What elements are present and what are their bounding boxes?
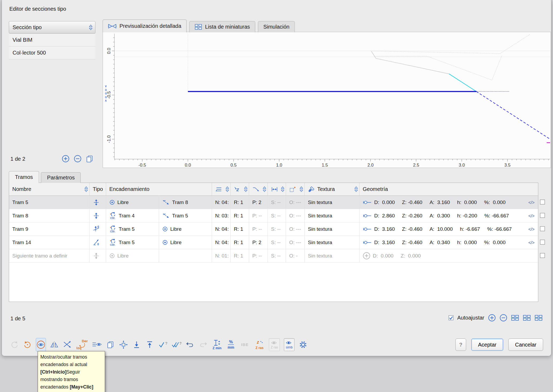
code-icon[interactable]: </> xyxy=(527,239,536,246)
z-min-button[interactable]: Z min xyxy=(212,338,222,351)
remove-section-button[interactable] xyxy=(74,155,82,163)
section-type-header[interactable]: Sección tipo xyxy=(9,21,95,33)
cell-link1[interactable]: cte.Tram 5 xyxy=(106,222,159,236)
lower-tab-1[interactable]: Tramos xyxy=(9,171,39,183)
der-izq-button[interactable]: DerIzq xyxy=(76,338,88,351)
settings-button[interactable] xyxy=(299,338,308,351)
mirror-button[interactable] xyxy=(50,338,59,351)
table-row[interactable]: Tram 140cte.Tram 5LibreN: 04: IR: 1P: 2S… xyxy=(9,236,538,249)
header-r[interactable]: Z xyxy=(231,183,249,195)
code-icon[interactable]: </> xyxy=(527,226,536,232)
cell-link1[interactable]: cte.Tram 4 xyxy=(106,209,159,222)
show-z-ras-button[interactable]: Z ras xyxy=(269,338,280,351)
header-nombre[interactable]: Nombre xyxy=(9,183,90,195)
row-checkbox[interactable] xyxy=(540,213,545,218)
sort-icon[interactable] xyxy=(244,186,248,192)
slope-link-icon xyxy=(162,213,170,219)
table-row[interactable]: Siguiente tramo a definirLibreN: 01: IR:… xyxy=(9,249,538,263)
row-checkbox[interactable] xyxy=(540,199,545,205)
free-icon xyxy=(162,240,168,245)
show-linked-tramos-button[interactable] xyxy=(36,338,46,351)
undo-button[interactable] xyxy=(185,338,195,351)
header-p[interactable] xyxy=(249,183,268,195)
cell-link1[interactable]: cte.Tram 5 xyxy=(106,236,159,249)
free-icon xyxy=(109,253,115,259)
preview-chart[interactable]: -0.50.00.51.01.52.02.53.03.50.0-0.5-1.0∨… xyxy=(103,32,551,168)
preview-tab-2[interactable]: Lista de miniaturas xyxy=(189,21,255,32)
type-z-both-icon xyxy=(93,252,100,259)
header-geometria[interactable]: Geometría xyxy=(359,183,538,195)
cell-link1[interactable]: Libre xyxy=(106,249,159,262)
cell-link2[interactable]: Libre xyxy=(159,222,212,236)
cell-nombre: Tram 14 xyxy=(9,236,90,249)
ibe-button[interactable]: IBE xyxy=(239,338,250,351)
back-button[interactable] xyxy=(10,338,19,351)
sort-icon[interactable] xyxy=(225,186,229,192)
verify-all-button[interactable]: ? xyxy=(171,338,181,351)
preview-tab-3[interactable]: Simulación xyxy=(258,21,295,32)
geometry-value: h: 0.000 xyxy=(457,240,477,245)
move-up-button[interactable] xyxy=(145,338,154,351)
dialog-title: Editor de secciones tipo xyxy=(9,6,66,12)
move-down-button[interactable] xyxy=(132,338,141,351)
cell-value: N: 04: I xyxy=(215,226,231,232)
sort-icon[interactable] xyxy=(262,186,266,192)
section-item[interactable]: Vial BIM xyxy=(9,34,95,47)
header-label: Textura xyxy=(317,186,335,192)
cell-link1[interactable]: Libre xyxy=(106,196,159,209)
accept-button[interactable]: Aceptar xyxy=(471,339,503,351)
row-checkbox[interactable] xyxy=(540,240,545,245)
redo-button[interactable] xyxy=(199,338,208,351)
header-o[interactable] xyxy=(286,183,305,195)
link-label: Tram 4 xyxy=(119,213,134,219)
layout-grid-1-icon[interactable] xyxy=(511,315,519,321)
show-simb-button[interactable]: simb xyxy=(284,338,294,351)
texture-label: Sin textura xyxy=(308,240,332,245)
sort-icon[interactable] xyxy=(84,186,88,192)
cell-link2[interactable]: Libre xyxy=(159,236,212,249)
sort-icon[interactable] xyxy=(354,186,358,192)
section-item[interactable]: Col·lector 500 xyxy=(9,47,95,59)
reorder-button[interactable] xyxy=(119,338,128,351)
sort-icon[interactable] xyxy=(89,25,93,30)
preview-tab-label: Lista de miniaturas xyxy=(205,24,250,30)
show-list-button[interactable] xyxy=(92,338,102,351)
cancel-button[interactable]: Cancelar xyxy=(508,339,543,351)
table-row[interactable]: Tram 90cte.Tram 5LibreN: 04: IR: 1P: --S… xyxy=(9,222,538,236)
swap-sides-button[interactable] xyxy=(63,338,72,351)
help-button[interactable]: ? xyxy=(455,339,466,351)
svg-text:Z ras: Z ras xyxy=(256,346,264,350)
header-tipo[interactable]: Tipo xyxy=(90,183,106,195)
table-row[interactable]: Tram 8cte.Tram 4Tram 5N: 03: IR: 1P: --S… xyxy=(9,209,538,222)
row-checkbox[interactable] xyxy=(540,253,545,258)
z-ras-button[interactable]: zZ ras xyxy=(254,338,265,351)
preview-tab-1[interactable]: Previsualización detallada xyxy=(103,20,187,32)
cell-link2[interactable]: Tram 8 xyxy=(159,196,212,209)
layout-grid-2-icon[interactable] xyxy=(523,315,531,321)
code-icon[interactable]: </> xyxy=(527,199,536,206)
svg-text:IBE: IBE xyxy=(241,342,249,347)
header-textura[interactable]: Textura xyxy=(305,183,359,195)
sort-icon[interactable] xyxy=(281,186,285,192)
remove-row-button[interactable] xyxy=(500,314,507,322)
table-row[interactable]: Tram 5LibreTram 8N: 04: IR: 1P: 2S: --O:… xyxy=(9,196,538,209)
header-n[interactable] xyxy=(212,183,231,195)
duplicate-row-button[interactable] xyxy=(106,338,115,351)
duplicate-section-button[interactable] xyxy=(86,155,93,163)
cell-link2[interactable]: Tram 5 xyxy=(159,209,212,222)
row-checkbox[interactable] xyxy=(540,226,545,231)
add-section-button[interactable] xyxy=(62,155,69,163)
add-row-button[interactable] xyxy=(488,314,496,322)
header-enc[interactable]: Encadenamiento xyxy=(106,183,212,195)
cell-nombre: Tram 9 xyxy=(9,222,90,236)
code-icon[interactable]: </> xyxy=(527,213,536,219)
follow-link-button[interactable] xyxy=(23,338,32,351)
sort-icon[interactable] xyxy=(299,186,303,192)
header-s[interactable] xyxy=(268,183,286,195)
cell-r: R: 1 xyxy=(231,249,249,262)
layout-grid-3-icon[interactable] xyxy=(535,315,543,321)
lower-tab-2[interactable]: Parámetros xyxy=(41,172,81,183)
verify-button[interactable]: ? xyxy=(158,338,167,351)
autofit-checkbox[interactable] xyxy=(448,315,454,320)
percent-mm-button[interactable]: %mm xyxy=(226,338,235,351)
